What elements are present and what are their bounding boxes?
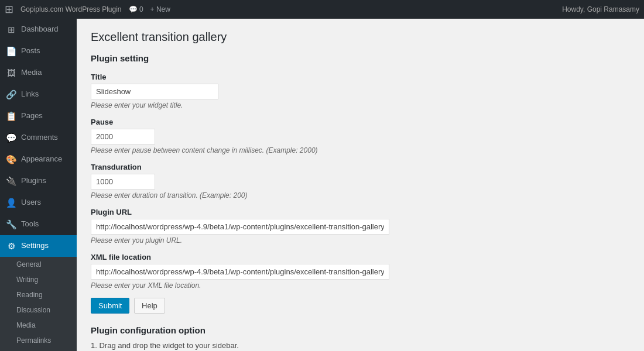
links-icon: 🔗 — [6, 88, 16, 101]
sidebar-item-label: Appearance — [21, 154, 62, 164]
sidebar-item-settings[interactable]: ⚙ Settings — [0, 235, 77, 257]
plugin-url-hint: Please enter you plugin URL. — [91, 236, 630, 245]
comments-nav-icon: 💬 — [6, 132, 16, 144]
sidebar-item-links[interactable]: 🔗 Links — [0, 84, 77, 105]
submenu-item-discussion[interactable]: Discussion — [0, 302, 77, 318]
title-input[interactable] — [91, 84, 218, 99]
sidebar-item-posts[interactable]: 📄 Posts — [0, 40, 77, 62]
sidebar-item-media[interactable]: 🖼 Media — [0, 62, 77, 84]
submenu-item-excellent-transition-gallery[interactable]: Excellent transition gallery — [0, 348, 77, 351]
sidebar-item-appearance[interactable]: 🎨 Appearance — [0, 149, 77, 170]
sidebar-item-users[interactable]: 👤 Users — [0, 192, 77, 214]
plugin-url-input[interactable] — [91, 219, 389, 235]
users-icon: 👤 — [6, 197, 16, 209]
submenu-item-media[interactable]: Media — [0, 318, 77, 333]
transduration-field-group: Transduration Please enter duration of t… — [91, 163, 630, 199]
howdy-text: Howdy, Gopi Ramasamy — [562, 5, 639, 13]
form-buttons: Submit Help — [91, 298, 630, 314]
xml-location-field-group: XML file location Please enter your XML … — [91, 253, 630, 290]
posts-icon: 📄 — [6, 45, 16, 57]
sidebar-item-plugins[interactable]: 🔌 Plugins — [0, 170, 77, 192]
sidebar-item-label: Media — [21, 67, 42, 78]
title-field-group: Title Please enter your widget title. — [91, 73, 630, 109]
wp-logo-icon: ⊞ — [5, 3, 13, 16]
submenu-item-reading[interactable]: Reading — [0, 287, 77, 302]
sidebar-item-label: Links — [21, 89, 39, 99]
pause-label: Pause — [91, 118, 630, 126]
plugin-url-field-group: Plugin URL Please enter you plugin URL. — [91, 208, 630, 245]
plugins-icon: 🔌 — [6, 175, 16, 187]
plugin-config-title: Plugin configuration option — [91, 325, 630, 335]
main-content: Excellent transition gallery Plugin sett… — [77, 19, 644, 351]
plugin-url-label: Plugin URL — [91, 208, 630, 216]
xml-location-label: XML file location — [91, 253, 630, 261]
plugin-setting-title: Plugin setting — [91, 53, 630, 63]
pause-input[interactable] — [91, 129, 155, 144]
site-name[interactable]: Gopiplus.com WordPress Plugin — [20, 5, 122, 13]
sidebar-item-label: Plugins — [21, 176, 46, 186]
config-list: Drag and drop the widget to your sidebar… — [91, 341, 630, 351]
xml-location-input[interactable] — [91, 264, 389, 280]
transduration-label: Transduration — [91, 163, 630, 171]
pause-hint: Please enter pause between content chang… — [91, 146, 630, 154]
settings-submenu: General Writing Reading Discussion Media… — [0, 257, 77, 351]
sidebar-item-dashboard[interactable]: ⊞ Dashboard — [0, 19, 77, 40]
sidebar-item-label: Posts — [21, 46, 40, 56]
sidebar-item-label: Users — [21, 197, 41, 208]
submenu-item-permalinks[interactable]: Permalinks — [0, 333, 77, 348]
sidebar-item-label: Tools — [21, 219, 39, 229]
media-icon: 🖼 — [6, 67, 16, 79]
sidebar-item-comments[interactable]: 💬 Comments — [0, 127, 77, 149]
page-title: Excellent transition gallery — [91, 30, 630, 44]
pages-icon: 📋 — [6, 110, 16, 122]
sidebar-item-label: Pages — [21, 111, 43, 121]
pause-field-group: Pause Please enter pause between content… — [91, 118, 630, 154]
xml-location-hint: Please enter your XML file location. — [91, 281, 630, 290]
tools-icon: 🔧 — [6, 218, 16, 230]
sidebar: ⊞ Dashboard 📄 Posts 🖼 Media 🔗 Links 📋 Pa… — [0, 19, 77, 351]
settings-icon: ⚙ — [6, 240, 16, 252]
sidebar-item-tools[interactable]: 🔧 Tools — [0, 214, 77, 235]
comments-icon[interactable]: 💬 0 — [129, 5, 143, 13]
title-hint: Please enter your widget title. — [91, 101, 630, 109]
list-item: Drag and drop the widget to your sidebar… — [91, 341, 630, 350]
sidebar-item-pages[interactable]: 📋 Pages — [0, 105, 77, 127]
transduration-input[interactable] — [91, 174, 155, 190]
admin-bar: ⊞ Gopiplus.com WordPress Plugin 💬 0 + Ne… — [0, 0, 644, 19]
sidebar-item-label: Comments — [21, 132, 58, 143]
help-button[interactable]: Help — [134, 298, 165, 314]
sidebar-item-label: Dashboard — [21, 24, 59, 35]
title-label: Title — [91, 73, 630, 81]
dashboard-icon: ⊞ — [6, 23, 16, 36]
new-button[interactable]: + New — [150, 5, 170, 13]
transduration-hint: Please enter duration of transition. (Ex… — [91, 191, 630, 199]
submit-button[interactable]: Submit — [91, 298, 129, 314]
appearance-icon: 🎨 — [6, 153, 16, 166]
sidebar-item-label: Settings — [21, 240, 49, 251]
submenu-item-general[interactable]: General — [0, 257, 77, 272]
submenu-item-writing[interactable]: Writing — [0, 272, 77, 287]
